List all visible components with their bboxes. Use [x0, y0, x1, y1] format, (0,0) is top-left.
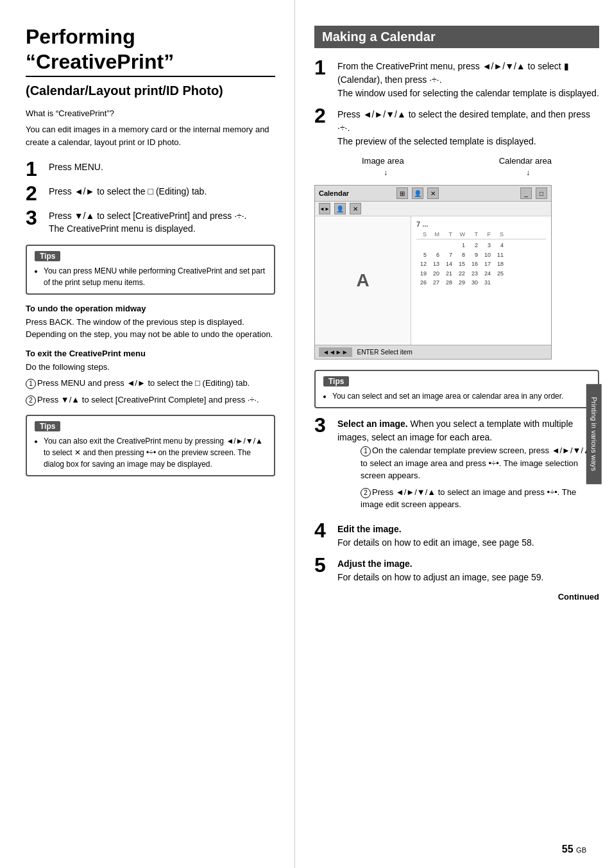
tips-text-1: You can press MENU while performing Crea…: [35, 265, 266, 288]
cal-btn-min[interactable]: _: [520, 187, 532, 199]
cal-body: A 7 ... S M T W T F S: [315, 216, 551, 345]
step-2-text: Press ◄/► to select the □ (Editing) tab.: [49, 186, 207, 198]
tips-item-2: You can also exit the CreativePrint menu…: [44, 435, 266, 470]
step3-sub1-text: On the calendar template preview screen,…: [361, 446, 591, 480]
tips-label-3: Tips: [323, 376, 349, 386]
tips-item-3: You can select and set an image area or …: [332, 390, 590, 402]
right-column: Making a Calendar 1 From the CreativePri…: [295, 0, 612, 868]
exit-intro: Do the following steps.: [26, 361, 275, 374]
arrow-down-1: ↓: [384, 168, 387, 177]
week-row-5: 26 27 28 29 30 31: [416, 278, 546, 287]
cal-letter: A: [356, 270, 369, 291]
tips-box-2: Tips You can also exit the CreativePrint…: [26, 415, 275, 476]
step-3-num: 3: [26, 207, 49, 228]
tips-text-3: You can select and set an image area or …: [323, 390, 590, 402]
day-thu: T: [468, 230, 478, 239]
circle-2: 2: [26, 395, 36, 406]
right-step-4: 4 Edit the image. For details on how to …: [314, 523, 599, 550]
area-labels-row: Image area Calendar area: [314, 156, 599, 166]
calendar-area-label: Calendar area: [499, 156, 552, 166]
exit-step2: 2Press ▼/▲ to select [CreativePrint Comp…: [26, 394, 275, 406]
side-tab: Printing in various ways: [586, 384, 602, 484]
week-row-1: 1 2 3 4: [416, 241, 546, 250]
undo-heading: To undo the operation midway: [26, 304, 275, 313]
right-step-2: 2 Press ◄/►/▼/▲ to select the desired te…: [314, 108, 599, 148]
step-3: 3 Press ▼/▲ to select [CreativePrint] an…: [26, 210, 275, 235]
right-step-2-num: 2: [314, 105, 337, 126]
tips-item-1: You can press MENU while performing Crea…: [44, 265, 266, 288]
cal-header-row: S M T W T F S: [416, 230, 546, 239]
circle-3a: 1: [361, 446, 371, 456]
step-1-num: 1: [26, 159, 49, 179]
calendar-preview: Calendar ⊞ 👤 ✕ _ □ ◄► 👤 ✕ A 7 ...: [314, 185, 552, 360]
week-row-4: 19 20 21 22 23 24 25: [416, 269, 546, 278]
cal-title: Calendar: [319, 189, 393, 197]
image-area-text: Image area: [362, 156, 404, 166]
cal-btn-person[interactable]: 👤: [412, 187, 423, 199]
day-sun: S: [416, 230, 427, 239]
step-3-text: Press ▼/▲ to select [CreativePrint] and …: [49, 210, 247, 235]
week-row-3: 12 13 14 15 16 17 18: [416, 259, 546, 268]
right-step-2-text: Press ◄/►/▼/▲ to select the desired temp…: [337, 108, 599, 148]
page-number: 55 GB: [562, 844, 586, 855]
step4-body: For details on how to edit an image, see…: [337, 537, 534, 548]
tips-box-1: Tips You can press MENU while performing…: [26, 245, 275, 295]
tips-label-2: Tips: [35, 421, 60, 431]
cal-calendar-area: 7 ... S M T W T F S: [411, 216, 551, 345]
cal-sub-btn1[interactable]: ◄►: [319, 203, 330, 214]
step3-title: Select an image.: [337, 419, 408, 429]
right-step-4-num: 4: [314, 520, 337, 541]
cal-bottom-bar: ◄◄►► ENTER Select item: [315, 345, 551, 359]
cal-month: 7 ...: [416, 220, 546, 228]
arrows-row: ↓ ↓: [314, 168, 599, 177]
page-gb: GB: [576, 846, 586, 854]
tips-box-3: Tips You can select and set an image are…: [314, 370, 599, 408]
day-sat: S: [493, 230, 504, 239]
cal-nav-btn[interactable]: ◄◄►►: [319, 347, 352, 357]
right-step-5-text: Adjust the image. For details on how to …: [337, 557, 543, 584]
right-step-1-text: From the CreativePrint menu, press ◄/►/▼…: [337, 60, 599, 100]
intro-text: You can edit images in a memory card or …: [26, 123, 275, 148]
cal-toolbar: Calendar ⊞ 👤 ✕ _ □: [315, 186, 551, 202]
right-step-1-num: 1: [314, 57, 337, 78]
section-header: Making a Calendar: [314, 26, 599, 48]
tips-text-2: You can also exit the CreativePrint menu…: [35, 435, 266, 470]
left-column: Performing “CreativePrint” (Calendar/Lay…: [0, 0, 295, 868]
cal-grid: S M T W T F S 1: [416, 230, 546, 287]
day-fri: F: [480, 230, 491, 239]
right-step-3-num: 3: [314, 415, 337, 435]
step4-title: Edit the image.: [337, 524, 402, 534]
image-area-label: Image area: [362, 156, 404, 166]
right-step-4-text: Edit the image. For details on how to ed…: [337, 523, 534, 550]
cal-sub-btn3[interactable]: ✕: [350, 203, 361, 214]
cal-btn-grid[interactable]: ⊞: [396, 187, 408, 199]
step3-sub1: 1On the calendar template preview screen…: [361, 444, 599, 482]
day-mon: M: [429, 230, 439, 239]
cal-enter-label: ENTER Select item: [357, 349, 412, 356]
step5-title: Adjust the image.: [337, 559, 412, 569]
title-divider: [26, 76, 275, 77]
step-2-num: 2: [26, 183, 49, 204]
step5-body: For details on how to adjust an image, s…: [337, 572, 543, 582]
right-step-5: 5 Adjust the image. For details on how t…: [314, 557, 599, 584]
cal-sub-toolbar: ◄► 👤 ✕: [315, 202, 551, 216]
right-step-5-num: 5: [314, 555, 337, 575]
circle-1: 1: [26, 379, 36, 389]
main-title-line1: Performing: [26, 26, 275, 48]
cal-btn-close[interactable]: ✕: [427, 187, 439, 199]
step-1: 1 Press MENU.: [26, 161, 275, 179]
circle-3b: 2: [361, 488, 371, 498]
cal-sub-btn2[interactable]: 👤: [334, 203, 346, 214]
calendar-area-text: Calendar area: [499, 156, 552, 166]
step3-sub2: 2Press ◄/►/▼/▲ to select an image and pr…: [361, 486, 599, 511]
week-row-2: 5 6 7 8 9 10 11: [416, 250, 546, 259]
day-wed: W: [455, 230, 465, 239]
page-num-value: 55: [562, 844, 574, 855]
subtitle: (Calendar/Layout print/ID Photo): [26, 83, 275, 98]
step-2: 2 Press ◄/► to select the □ (Editing) ta…: [26, 186, 275, 204]
right-step-3: 3 Select an image. When you select a tem…: [314, 417, 599, 515]
arrow-down-2: ↓: [526, 168, 530, 177]
tips-label-1: Tips: [35, 251, 60, 261]
cal-image-area: A: [315, 216, 411, 345]
cal-btn-max[interactable]: □: [536, 187, 547, 199]
